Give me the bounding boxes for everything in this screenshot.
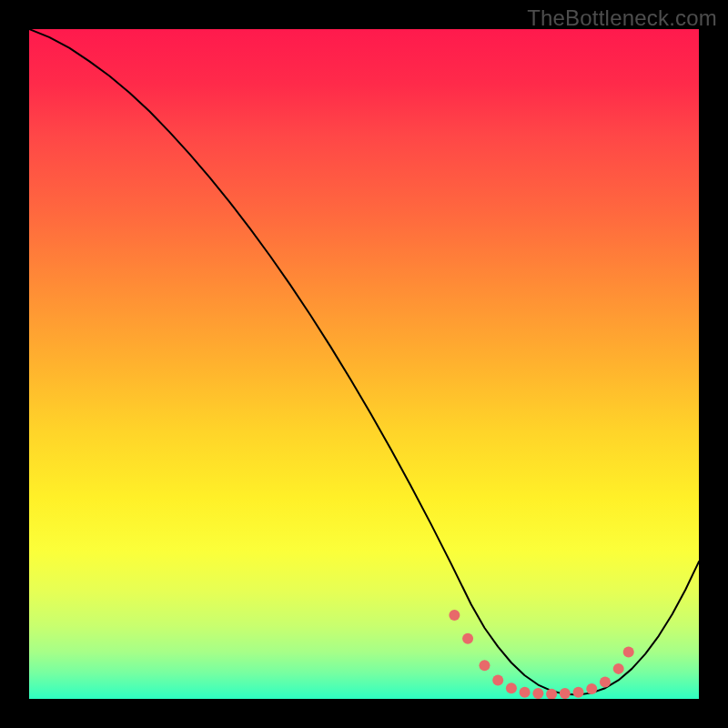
curve-marker-dot — [623, 646, 634, 657]
watermark-label: TheBottleneck.com — [527, 5, 717, 31]
curve-marker-dot — [613, 663, 624, 674]
curve-marker-dot — [449, 610, 460, 621]
curve-marker-dot — [492, 674, 503, 685]
curve-marker-dot — [520, 687, 531, 698]
curve-line — [29, 29, 699, 695]
curve-marker-dot — [462, 633, 473, 644]
curve-marker-dot — [600, 677, 611, 688]
chart-svg — [29, 29, 699, 699]
chart-frame: TheBottleneck.com — [0, 0, 728, 728]
curve-marker-dot — [586, 683, 597, 694]
chart-plot-area — [29, 29, 699, 699]
curve-marker-dot — [479, 660, 490, 671]
curve-marker-dot — [573, 687, 584, 698]
curve-marker-dot — [506, 682, 517, 693]
curve-marker-dot — [560, 688, 571, 699]
curve-marker-dot — [546, 689, 557, 699]
curve-marker-dot — [532, 688, 543, 699]
